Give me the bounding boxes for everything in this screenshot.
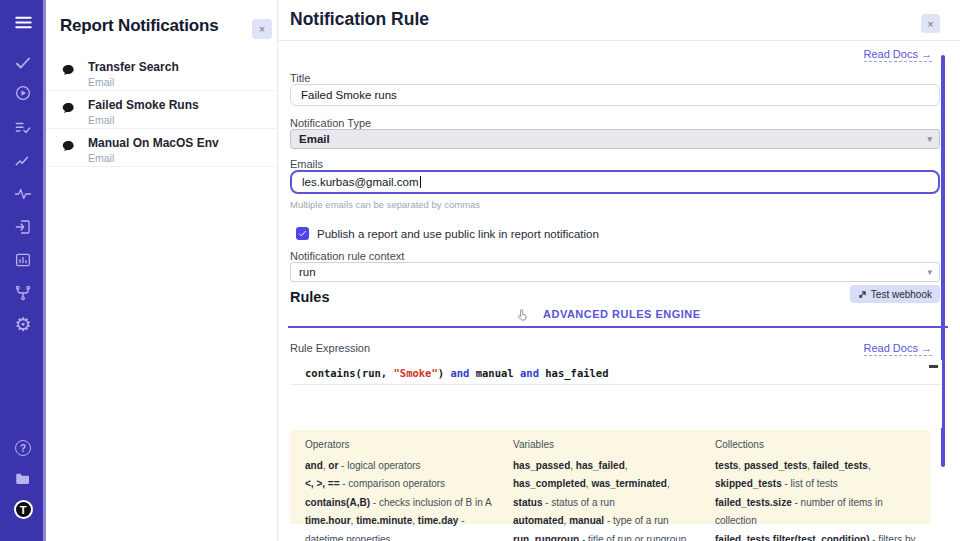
emails-input-value: les.kurbas@gmail.com bbox=[302, 176, 419, 188]
rule-expression-code: contains(run, "Smoke") and manual and ha… bbox=[290, 360, 942, 385]
emails-hint: Multiple emails can be separated by comm… bbox=[290, 199, 480, 210]
checkbox-checked[interactable] bbox=[296, 227, 309, 240]
notification-type-select[interactable]: Email ▾ bbox=[290, 129, 940, 149]
trend-icon[interactable] bbox=[0, 152, 46, 170]
rules-section-heading: Rules bbox=[290, 289, 330, 305]
notification-type-value: Email bbox=[299, 133, 330, 145]
expression-help-panel: Operators and, or - logical operators <,… bbox=[290, 430, 930, 524]
help-line: has_passed, has_failed, has_completed, w… bbox=[513, 457, 700, 512]
rule-title: Manual On MacOS Env bbox=[88, 136, 269, 150]
speech-bubble-icon bbox=[61, 101, 76, 120]
list-item[interactable]: Transfer Search Email bbox=[46, 53, 277, 91]
hand-cursor-icon bbox=[515, 307, 529, 326]
emails-field-label: Emails bbox=[290, 158, 323, 170]
rule-type: Email bbox=[88, 152, 269, 164]
column-header: Operators bbox=[305, 439, 498, 450]
rule-expression-editor[interactable]: contains(run, "Smoke") and manual and ha… bbox=[290, 360, 942, 428]
bar-chart-icon[interactable] bbox=[0, 251, 46, 269]
title-input[interactable]: Failed Smoke runs bbox=[290, 84, 940, 106]
notification-rule-list: Transfer Search Email Failed Smoke Runs … bbox=[46, 53, 277, 167]
checkbox-label: Publish a report and use public link in … bbox=[317, 228, 599, 240]
help-line: and, or - logical operators bbox=[305, 457, 498, 475]
chevron-down-icon: ▾ bbox=[927, 134, 932, 144]
panel-close-button[interactable]: × bbox=[252, 19, 272, 39]
rule-title: Failed Smoke Runs bbox=[88, 98, 269, 112]
test-webhook-button[interactable]: Test webhook bbox=[850, 285, 940, 303]
help-line: failed_tests.size - number of items in c… bbox=[715, 494, 925, 531]
list-item[interactable]: Failed Smoke Runs Email bbox=[46, 91, 277, 129]
rule-type: Email bbox=[88, 76, 269, 88]
speech-bubble-icon bbox=[61, 63, 76, 82]
editor-resize-handle[interactable] bbox=[929, 365, 938, 368]
gear-icon[interactable]: ⚙ bbox=[0, 315, 46, 334]
help-line: run, rungroup - title of run or rungroup bbox=[513, 531, 700, 541]
title-field-label: Title bbox=[290, 72, 310, 84]
logo-t[interactable]: T bbox=[0, 500, 46, 519]
report-notifications-panel: Report Notifications × Transfer Search E… bbox=[46, 0, 278, 541]
folder-icon[interactable] bbox=[0, 470, 46, 488]
play-circle-icon[interactable] bbox=[0, 84, 46, 102]
notification-rule-form: Notification Rule × Read Docs → Title Fa… bbox=[278, 0, 960, 541]
app-sidebar: ⚙ ? T bbox=[0, 0, 46, 541]
operators-column: Operators and, or - logical operators <,… bbox=[305, 439, 498, 524]
read-docs-link[interactable]: Read Docs → bbox=[864, 48, 932, 62]
panel-title: Report Notifications bbox=[60, 16, 218, 36]
rule-expression-label: Rule Expression bbox=[290, 342, 370, 354]
test-webhook-label: Test webhook bbox=[871, 289, 932, 300]
publish-report-checkbox-row[interactable]: Publish a report and use public link in … bbox=[296, 227, 599, 240]
context-field-label: Notification rule context bbox=[290, 250, 404, 262]
swap-arrows-icon bbox=[858, 290, 867, 299]
help-line: failed_tests.filter(test, condition) - f… bbox=[715, 531, 925, 541]
help-icon[interactable]: ? bbox=[0, 440, 46, 456]
variables-column: Variables has_passed, has_failed, has_co… bbox=[513, 439, 700, 524]
form-close-button[interactable]: × bbox=[921, 14, 940, 33]
help-line: tests, passed_tests, failed_tests, skipp… bbox=[715, 457, 925, 494]
fork-icon[interactable] bbox=[0, 284, 46, 302]
title-input-value: Failed Smoke runs bbox=[301, 89, 397, 101]
list-check-icon[interactable] bbox=[0, 119, 46, 137]
rule-type: Email bbox=[88, 114, 269, 126]
help-line: time.hour, time.minute, time.day - datet… bbox=[305, 512, 498, 541]
check-icon[interactable] bbox=[0, 54, 46, 72]
speech-bubble-icon bbox=[61, 139, 76, 158]
emails-input[interactable]: les.kurbas@gmail.com bbox=[290, 170, 940, 194]
tab-advanced-rules-engine[interactable]: ADVANCED RULES ENGINE bbox=[543, 308, 701, 320]
read-docs-link[interactable]: Read Docs → bbox=[864, 342, 932, 356]
help-line: <, >, == - comparison operators bbox=[305, 475, 498, 493]
type-field-label: Notification Type bbox=[290, 117, 371, 129]
rule-context-value: run bbox=[299, 266, 316, 278]
sign-in-icon[interactable] bbox=[0, 218, 46, 236]
help-line: automated, manual - type of a run bbox=[513, 512, 700, 530]
active-tab-underline bbox=[288, 326, 948, 328]
chevron-down-icon: ▾ bbox=[927, 267, 932, 277]
rule-context-select[interactable]: run ▾ bbox=[290, 262, 940, 282]
page-title: Notification Rule bbox=[290, 9, 429, 30]
help-line: contains(A,B) - checks inclusion of B in… bbox=[305, 494, 498, 512]
header-divider bbox=[278, 40, 960, 41]
collections-column: Collections tests, passed_tests, failed_… bbox=[715, 439, 925, 524]
menu-icon[interactable] bbox=[0, 13, 46, 32]
column-header: Collections bbox=[715, 439, 925, 450]
column-header: Variables bbox=[513, 439, 700, 450]
text-cursor bbox=[420, 176, 421, 188]
rule-title: Transfer Search bbox=[88, 60, 269, 74]
pulse-icon[interactable] bbox=[0, 185, 46, 203]
list-item[interactable]: Manual On MacOS Env Email bbox=[46, 129, 277, 167]
